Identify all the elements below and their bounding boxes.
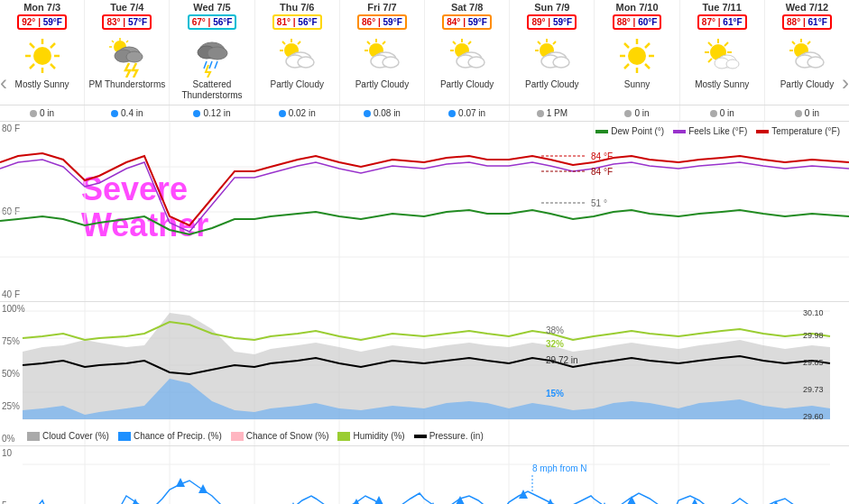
wind-chart-svg: 8 mph from N [0,446,849,504]
svg-text:29.98: 29.98 [803,331,824,340]
prev-arrow[interactable]: ‹ [0,72,7,94]
weather-desc-0: Mostly Sunny [2,79,82,90]
y-axis-wind: 10 5 0 [2,446,12,504]
precip-value-8: 0 in [720,108,734,118]
weather-container: ‹ › Mon 7/392° | 59°F Mostly SunnyTue 7/… [0,0,849,504]
day-col-6: Sun 7/989° | 59°F Partly Cloudy [510,0,595,105]
precip-row: 0 in0.4 in0.12 in0.02 in0.08 in0.07 in1 … [0,105,849,122]
temp-badge-0: 92° | 59°F [17,14,67,30]
precip-col-6: 1 PM [510,105,595,121]
day-label-6: Sun 7/9 [512,2,592,13]
weather-icon-2 [190,34,234,78]
svg-line-34 [367,41,370,44]
svg-text:29.60: 29.60 [803,412,824,421]
svg-point-16 [126,51,143,62]
precip-color [118,432,131,441]
precip-col-5: 0.07 in [425,105,510,121]
svg-marker-151 [519,490,528,499]
legend-feelslike: Feels Like (°F) [673,126,747,136]
temp-chart-svg: 84 °F 84 °F 51 ° [0,122,849,302]
legend-humidity: Humidity (%) [337,431,404,441]
weather-icon-8 [700,34,743,78]
svg-line-8 [30,64,34,69]
svg-line-71 [724,42,728,46]
humidity-color [337,432,350,441]
precip-value-6: 1 PM [547,108,568,118]
weather-desc-1: PM Thunderstorms [87,79,167,90]
day-col-8: Tue 7/1187° | 61°F Mostly Sunny [680,0,765,105]
svg-text:29.72 in: 29.72 in [546,355,578,365]
weather-desc-3: Partly Cloudy [257,79,337,90]
weather-icon-0 [21,34,64,78]
svg-line-62 [645,43,650,48]
temp-badge-6: 89° | 59°F [527,14,577,30]
weather-desc-5: Partly Cloudy [427,79,507,90]
days-row: Mon 7/392° | 59°F Mostly SunnyTue 7/483°… [0,0,849,105]
svg-line-12 [112,41,114,42]
temperature-color [756,130,769,133]
day-label-2: Wed 7/5 [171,2,252,13]
svg-line-20 [204,61,207,69]
svg-line-69 [708,42,712,46]
temp-badge-2: 67° | 56°F [188,14,237,30]
svg-line-13 [126,41,128,42]
svg-line-50 [538,41,540,44]
svg-text:15%: 15% [546,389,564,399]
svg-text:38%: 38% [546,325,564,335]
temp-badge-4: 86° | 59°F [357,14,407,30]
svg-point-19 [208,47,227,60]
svg-line-72 [708,59,712,62]
precip-dot-9 [795,110,802,117]
next-arrow[interactable]: › [842,72,849,94]
precip-value-1: 0.4 in [121,108,143,118]
day-col-4: Fri 7/786° | 59°F Partly Cloudy [340,0,425,105]
day-col-3: Thu 7/681° | 56°F Partly Cloudy [255,0,340,105]
precip-value-2: 0.12 in [203,108,230,118]
day-col-1: Tue 7/483° | 57°F PM Thunderstorms [85,0,170,105]
precip-dot-3 [279,110,286,117]
cloud-color [27,432,40,441]
precip-dot-1 [111,110,118,117]
svg-text:84 °F: 84 °F [591,151,613,161]
weather-icon-9 [785,34,828,78]
temp-badge-7: 88° | 60°F [613,14,662,30]
day-label-9: Wed 7/12 [767,2,847,13]
temperature-chart: 80 F 60 F 40 F SevereWeather [0,122,849,302]
precip-col-0: 0 in [0,105,85,121]
svg-line-26 [282,41,285,44]
precip-value-4: 0.08 in [374,108,401,118]
day-col-5: Sat 7/884° | 59°F Partly Cloudy [425,0,510,105]
svg-line-63 [624,64,629,69]
svg-point-0 [33,47,51,65]
precip-col-1: 0.4 in [85,105,170,121]
svg-text:29.85: 29.85 [803,358,824,367]
day-col-7: Mon 7/1088° | 60°F Sunny [595,0,679,105]
temp-badge-3: 81° | 56°F [272,14,322,30]
svg-line-35 [383,41,385,44]
weather-desc-2: Scattered Thunderstorms [171,79,252,101]
svg-text:30.10: 30.10 [803,308,824,317]
svg-line-6 [51,64,55,69]
feelslike-color [673,130,686,133]
y-axis-percent: 100% 75% 50% 25% 0% [2,302,25,445]
day-label-0: Mon 7/3 [2,2,82,13]
legend-cloud: Cloud Cover (%) [27,431,109,441]
day-col-9: Wed 7/1288° | 61°F Partly Cloudy [765,0,849,105]
svg-point-46 [468,57,484,68]
svg-point-38 [383,57,399,68]
precip-dot-4 [364,110,371,117]
svg-text:32%: 32% [546,339,564,349]
weather-icon-6 [531,34,574,78]
snow-color [231,432,244,441]
legend-pressure: Pressure. (in) [414,431,484,441]
precip-col-3: 0.02 in [255,105,340,121]
weather-icon-5 [446,34,489,78]
day-label-3: Thu 7/6 [257,2,337,13]
svg-marker-144 [198,484,208,493]
wind-chart: 10 5 0 [0,446,849,504]
temp-badge-9: 88° | 61°F [782,14,832,30]
legend-precip: Chance of Precip. (%) [118,431,222,441]
dewpoint-color [595,130,608,133]
weather-desc-8: Mostly Sunny [682,79,762,90]
precip-col-4: 0.08 in [340,105,425,121]
